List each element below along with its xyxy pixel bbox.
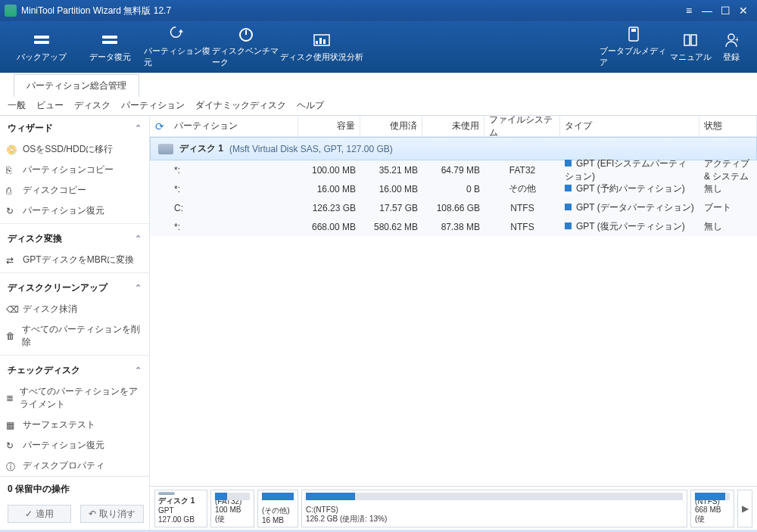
svg-text:+: + — [735, 36, 738, 44]
col-partition[interactable]: パーティション — [170, 116, 298, 136]
chevron-up-icon: ⌃ — [135, 366, 142, 375]
toolbar-partition-recovery[interactable]: パーティション復元 — [144, 26, 212, 68]
menu-disk[interactable]: ディスク — [74, 99, 111, 112]
sidebar-group-check-disk[interactable]: チェックディスク⌃ — [0, 358, 149, 381]
disk-map: ディスク 1 GPT 127.00 GB (FAT32)100 MB (使 (そ… — [150, 486, 757, 530]
svg-rect-11 — [631, 29, 636, 32]
menu-icon[interactable]: ≡ — [680, 5, 698, 17]
sidebar-item-migrate-os[interactable]: 📀OSをSSD/HDDに移行 — [0, 139, 149, 160]
partition-row[interactable]: *: 668.00 MB 580.62 MB 87.38 MB NTFS GPT… — [150, 217, 757, 236]
toolbar-register[interactable]: +登録 — [713, 32, 749, 63]
menu-help[interactable]: ヘルプ — [297, 99, 324, 112]
chevron-up-icon: ⌃ — [135, 123, 142, 133]
tab-partition-mgmt[interactable]: パーティション総合管理 — [14, 74, 139, 97]
sidebar-item-wipe-disk[interactable]: ⌫ディスク抹消 — [0, 299, 149, 319]
undo-button[interactable]: ↶ 取り消す — [80, 505, 144, 523]
maximize-button[interactable]: ☐ — [716, 5, 734, 17]
pending-operations: 0 保留中の操作 — [0, 476, 149, 502]
minimize-button[interactable]: — — [698, 5, 716, 17]
svg-point-4 — [113, 36, 116, 39]
table-header: ⟳ パーティション 容量 使用済 未使用 ファイルシステム タイプ 状態 — [150, 116, 757, 137]
sidebar-item-align-partitions[interactable]: ≣すべてのパーティションをアライメント — [0, 381, 149, 415]
partition-row[interactable]: *: 16.00 MB 16.00 MB 0 B その他 GPT (予約パーティ… — [150, 179, 757, 198]
svg-rect-8 — [319, 38, 322, 44]
disk-map-segment[interactable]: (NTFS)668 MB (使 — [690, 490, 734, 527]
partition-row[interactable]: *: 100.00 MB 35.21 MB 64.79 MB FAT32 GPT… — [150, 160, 757, 179]
toolbar-data-recovery[interactable]: データ復元 — [76, 32, 144, 63]
sidebar-group-disk-convert[interactable]: ディスク変換⌃ — [0, 226, 149, 250]
col-used[interactable]: 使用済 — [360, 116, 422, 136]
toolbar-manual[interactable]: マニュアル — [668, 32, 713, 63]
toolbar-disk-usage[interactable]: ディスク使用状況分析 — [280, 32, 363, 63]
disk-map-info[interactable]: ディスク 1 GPT 127.00 GB — [154, 490, 207, 527]
main-panel: ⟳ パーティション 容量 使用済 未使用 ファイルシステム タイプ 状態 ディス… — [150, 116, 757, 530]
toolbar: バックアップ データ復元 パーティション復元 ディスクベンチマーク ディスク使用… — [0, 21, 757, 73]
sidebar-group-disk-cleanup[interactable]: ディスククリーンアップ⌃ — [0, 275, 149, 299]
svg-rect-0 — [34, 36, 49, 39]
apply-button[interactable]: ✓ 適用 — [8, 505, 71, 523]
sidebar-item-delete-all-partitions[interactable]: 🗑すべてのパーティションを削除 — [0, 319, 149, 353]
sidebar-item-partition-recovery-2[interactable]: ↻パーティション復元 — [0, 435, 149, 456]
chevron-up-icon: ⌃ — [135, 283, 142, 293]
toolbar-backup[interactable]: バックアップ — [8, 32, 76, 63]
svg-rect-9 — [323, 39, 326, 44]
svg-point-12 — [728, 34, 734, 40]
sidebar-item-disk-properties[interactable]: ⓘディスクプロパティ — [0, 456, 149, 476]
menubar: 一般 ビュー ディスク パーティション ダイナミックディスク ヘルプ — [0, 96, 757, 116]
partition-row[interactable]: C: 126.23 GB 17.57 GB 108.66 GB NTFS GPT… — [150, 198, 757, 217]
disk-icon — [158, 492, 175, 496]
col-filesystem[interactable]: ファイルシステム — [484, 116, 560, 136]
app-title: MiniTool Partition Wizard 無料版 12.7 — [21, 5, 171, 17]
titlebar: MiniTool Partition Wizard 無料版 12.7 ≡ — ☐… — [0, 0, 757, 21]
disk-map-scroll-right[interactable]: ▶ — [737, 490, 752, 527]
svg-rect-3 — [102, 41, 117, 44]
close-button[interactable]: ✕ — [734, 5, 752, 17]
menu-view[interactable]: ビュー — [36, 99, 64, 112]
disk-map-segment[interactable]: C:(NTFS)126.2 GB (使用済: 13%) — [301, 490, 687, 527]
toolbar-bootable-media[interactable]: ブータブルメディア — [600, 26, 668, 68]
sidebar: ウィザード⌃ 📀OSをSSD/HDDに移行 ⎘パーティションコピー ⎙ディスクコ… — [0, 116, 150, 530]
disk-icon — [158, 144, 173, 154]
col-capacity[interactable]: 容量 — [298, 116, 360, 136]
menu-general[interactable]: 一般 — [8, 99, 26, 112]
sidebar-item-partition-recovery[interactable]: ↻パーティション復元 — [0, 201, 149, 221]
refresh-icon[interactable]: ⟳ — [150, 120, 170, 132]
sidebar-item-disk-copy[interactable]: ⎙ディスクコピー — [0, 180, 149, 201]
sidebar-item-surface-test[interactable]: ▦サーフェステスト — [0, 415, 149, 435]
col-status[interactable]: 状態 — [699, 116, 757, 136]
col-unused[interactable]: 未使用 — [422, 116, 484, 136]
menu-partition[interactable]: パーティション — [121, 99, 185, 112]
disk-map-segment[interactable]: (FAT32)100 MB (使 — [210, 490, 254, 527]
menu-dynamic-disk[interactable]: ダイナミックディスク — [195, 99, 286, 112]
svg-rect-1 — [34, 41, 49, 44]
col-type[interactable]: タイプ — [560, 116, 699, 136]
ribbon-tabs: パーティション総合管理 — [0, 73, 757, 96]
disk-map-segment[interactable]: (その他)16 MB — [257, 490, 298, 527]
sidebar-item-gpt-to-mbr[interactable]: ⇄GPTディスクをMBRに変換 — [0, 250, 149, 270]
toolbar-disk-benchmark[interactable]: ディスクベンチマーク — [212, 26, 280, 68]
app-icon — [5, 5, 17, 17]
svg-rect-7 — [316, 41, 318, 44]
sidebar-group-wizard[interactable]: ウィザード⌃ — [0, 116, 149, 139]
sidebar-item-partition-copy[interactable]: ⎘パーティションコピー — [0, 160, 149, 180]
chevron-up-icon: ⌃ — [135, 234, 142, 244]
